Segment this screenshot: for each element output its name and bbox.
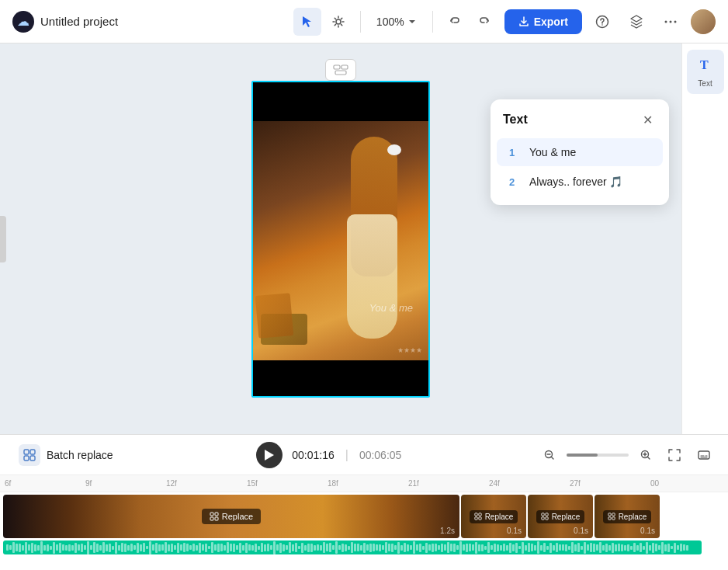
user-avatar[interactable] [691, 9, 716, 34]
wave-bar [298, 546, 300, 549]
wave-bar [373, 544, 375, 551]
zoom-slider[interactable] [567, 454, 629, 457]
help-button[interactable] [588, 8, 616, 36]
svg-rect-7 [334, 65, 340, 69]
zoom-out-button[interactable] [539, 444, 560, 466]
wave-bar [292, 544, 294, 551]
wave-bar [357, 544, 359, 551]
svg-rect-22 [215, 517, 218, 520]
close-icon: ✕ [643, 113, 653, 127]
wave-bar [562, 544, 564, 551]
wave-bar [75, 543, 77, 553]
svg-rect-20 [215, 513, 218, 516]
wave-bar [329, 543, 331, 552]
wave-bar [217, 544, 220, 552]
text-item-2[interactable]: 2 Always.. forever 🎵 [497, 168, 663, 196]
wave-bar [183, 543, 185, 552]
undo-button[interactable] [441, 8, 469, 36]
timeline-ruler: 6f 9f 12f 15f 18f 21f 24f 27f 00 [0, 475, 728, 492]
video-top-black-bar [253, 82, 428, 121]
wave-bar [450, 544, 452, 551]
wave-bar [286, 545, 288, 550]
pan-tool-button[interactable] [324, 8, 352, 36]
svg-rect-31 [608, 513, 610, 516]
wave-bar [661, 542, 664, 554]
wave-bar [87, 541, 89, 554]
wave-bar [671, 546, 673, 549]
wave-bar [118, 545, 120, 551]
segment-main-duration: 1.2s [440, 527, 455, 535]
segment-4-label[interactable]: Replace [603, 510, 652, 523]
wave-bar [456, 545, 459, 550]
wave-bar [224, 545, 226, 551]
wave-bar [230, 544, 232, 551]
wave-bar [518, 546, 521, 549]
wave-bar [435, 544, 437, 551]
video-segment-2[interactable]: Replace 0.1s [461, 495, 526, 538]
wave-bar [248, 544, 251, 551]
ruler-marks: 6f 9f 12f 15f 18f 21f 24f 27f 00 [3, 479, 728, 488]
wave-bar [630, 546, 633, 550]
wave-bar [484, 546, 487, 550]
audio-track[interactable]: // Generate waveform bars dynamically [3, 540, 702, 554]
export-button[interactable]: Export [504, 9, 582, 34]
wave-bar [369, 544, 372, 552]
fullscreen-button[interactable] [663, 443, 686, 467]
wave-bar [31, 543, 33, 553]
batch-replace-button[interactable]: Batch replace [12, 440, 120, 471]
wave-bar [149, 541, 151, 554]
wave-bar [385, 542, 387, 553]
caption-button[interactable] [692, 443, 716, 467]
wave-bar [137, 543, 139, 553]
video-segment-3[interactable]: Replace 0.1s [528, 495, 593, 538]
wave-bar [537, 541, 539, 554]
redo-button[interactable] [470, 8, 498, 36]
segment-3-replace-label: Replace [552, 513, 581, 521]
wave-bar [674, 543, 676, 553]
text-item-1[interactable]: 1 You & me [497, 138, 663, 166]
left-panel-handle[interactable] [0, 216, 6, 262]
video-preview[interactable]: You & me ★★★★ [251, 81, 430, 398]
wave-bar [161, 544, 164, 551]
text-tool-panel-button[interactable]: T Text [687, 50, 724, 94]
wave-bar [636, 545, 639, 551]
wave-bar [130, 544, 133, 551]
svg-rect-33 [608, 517, 610, 520]
wave-bar [540, 545, 543, 551]
video-segment-4[interactable]: Replace 0.1s [595, 495, 660, 538]
wave-bar [655, 544, 657, 551]
segment-main-label[interactable]: Replace [202, 509, 261, 524]
wave-bar [165, 542, 167, 553]
more-options-button[interactable] [657, 8, 685, 36]
svg-rect-14 [30, 456, 35, 461]
wave-bar [341, 544, 344, 552]
wave-bar [239, 543, 241, 553]
wave-bar [227, 542, 229, 553]
svg-rect-9 [335, 71, 346, 75]
segment-2-label[interactable]: Replace [470, 510, 518, 523]
main-area: You & me ★★★★ Text ✕ 1 You & me 2 Always… [0, 43, 728, 434]
wave-bar [56, 544, 58, 551]
wave-bar [444, 544, 446, 551]
segment-3-label[interactable]: Replace [536, 510, 585, 523]
segment-2-replace-label: Replace [485, 513, 514, 521]
zoom-in-button[interactable] [635, 444, 657, 466]
wave-bar [512, 544, 515, 551]
resize-handle[interactable] [325, 59, 356, 81]
wave-bar [81, 544, 83, 552]
wave-bar [360, 545, 362, 551]
layers-button[interactable] [622, 8, 650, 36]
wave-bar [189, 545, 192, 550]
zoom-control[interactable]: 100% [369, 11, 425, 33]
ruler-mark-9f: 9f [84, 479, 165, 488]
wave-bar [683, 544, 685, 551]
wave-bar [112, 546, 114, 550]
video-segment-main[interactable]: Replace 1.2s [3, 495, 459, 538]
select-tool-button[interactable] [293, 8, 321, 36]
wave-bar [522, 542, 524, 554]
play-button[interactable] [256, 442, 283, 468]
text-popup-close-button[interactable]: ✕ [638, 110, 657, 129]
timeline-area[interactable]: 6f 9f 12f 15f 18f 21f 24f 27f 00 Replace… [0, 475, 728, 570]
wave-bar [487, 542, 490, 553]
video-middle: You & me ★★★★ [253, 121, 428, 360]
